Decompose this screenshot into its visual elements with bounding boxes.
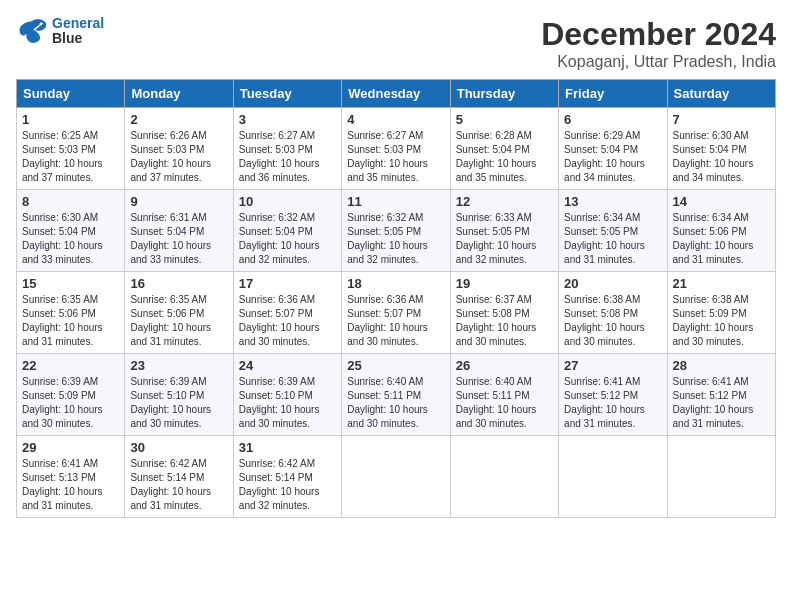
calendar-cell: 28Sunrise: 6:41 AM Sunset: 5:12 PM Dayli… xyxy=(667,354,775,436)
day-number: 3 xyxy=(239,112,336,127)
day-number: 4 xyxy=(347,112,444,127)
title-block: December 2024 Kopaganj, Uttar Pradesh, I… xyxy=(541,16,776,71)
day-number: 7 xyxy=(673,112,770,127)
day-number: 14 xyxy=(673,194,770,209)
day-number: 13 xyxy=(564,194,661,209)
day-info: Sunrise: 6:30 AM Sunset: 5:04 PM Dayligh… xyxy=(22,211,119,267)
calendar-cell: 14Sunrise: 6:34 AM Sunset: 5:06 PM Dayli… xyxy=(667,190,775,272)
day-info: Sunrise: 6:42 AM Sunset: 5:14 PM Dayligh… xyxy=(239,457,336,513)
day-number: 12 xyxy=(456,194,553,209)
calendar-week-3: 22Sunrise: 6:39 AM Sunset: 5:09 PM Dayli… xyxy=(17,354,776,436)
day-number: 22 xyxy=(22,358,119,373)
day-number: 16 xyxy=(130,276,227,291)
page-header: General Blue December 2024 Kopaganj, Utt… xyxy=(16,16,776,71)
day-info: Sunrise: 6:38 AM Sunset: 5:09 PM Dayligh… xyxy=(673,293,770,349)
day-number: 31 xyxy=(239,440,336,455)
calendar-cell: 5Sunrise: 6:28 AM Sunset: 5:04 PM Daylig… xyxy=(450,108,558,190)
logo-line2: Blue xyxy=(52,31,104,46)
logo-icon xyxy=(16,17,48,45)
day-info: Sunrise: 6:39 AM Sunset: 5:09 PM Dayligh… xyxy=(22,375,119,431)
day-header-saturday: Saturday xyxy=(667,80,775,108)
day-header-sunday: Sunday xyxy=(17,80,125,108)
calendar-week-2: 15Sunrise: 6:35 AM Sunset: 5:06 PM Dayli… xyxy=(17,272,776,354)
day-number: 2 xyxy=(130,112,227,127)
day-info: Sunrise: 6:34 AM Sunset: 5:05 PM Dayligh… xyxy=(564,211,661,267)
day-number: 10 xyxy=(239,194,336,209)
calendar-cell: 17Sunrise: 6:36 AM Sunset: 5:07 PM Dayli… xyxy=(233,272,341,354)
day-info: Sunrise: 6:40 AM Sunset: 5:11 PM Dayligh… xyxy=(456,375,553,431)
calendar-cell: 26Sunrise: 6:40 AM Sunset: 5:11 PM Dayli… xyxy=(450,354,558,436)
month-title: December 2024 xyxy=(541,16,776,53)
calendar-cell: 6Sunrise: 6:29 AM Sunset: 5:04 PM Daylig… xyxy=(559,108,667,190)
day-info: Sunrise: 6:41 AM Sunset: 5:13 PM Dayligh… xyxy=(22,457,119,513)
calendar-cell: 10Sunrise: 6:32 AM Sunset: 5:04 PM Dayli… xyxy=(233,190,341,272)
day-info: Sunrise: 6:29 AM Sunset: 5:04 PM Dayligh… xyxy=(564,129,661,185)
calendar-cell xyxy=(559,436,667,518)
calendar-cell: 29Sunrise: 6:41 AM Sunset: 5:13 PM Dayli… xyxy=(17,436,125,518)
location-title: Kopaganj, Uttar Pradesh, India xyxy=(541,53,776,71)
day-header-friday: Friday xyxy=(559,80,667,108)
day-number: 21 xyxy=(673,276,770,291)
day-number: 17 xyxy=(239,276,336,291)
calendar-cell: 1Sunrise: 6:25 AM Sunset: 5:03 PM Daylig… xyxy=(17,108,125,190)
calendar-cell: 18Sunrise: 6:36 AM Sunset: 5:07 PM Dayli… xyxy=(342,272,450,354)
calendar-cell: 20Sunrise: 6:38 AM Sunset: 5:08 PM Dayli… xyxy=(559,272,667,354)
day-info: Sunrise: 6:28 AM Sunset: 5:04 PM Dayligh… xyxy=(456,129,553,185)
day-number: 6 xyxy=(564,112,661,127)
calendar-cell: 27Sunrise: 6:41 AM Sunset: 5:12 PM Dayli… xyxy=(559,354,667,436)
logo-line1: General xyxy=(52,15,104,31)
calendar-cell: 16Sunrise: 6:35 AM Sunset: 5:06 PM Dayli… xyxy=(125,272,233,354)
calendar-week-0: 1Sunrise: 6:25 AM Sunset: 5:03 PM Daylig… xyxy=(17,108,776,190)
calendar-cell: 7Sunrise: 6:30 AM Sunset: 5:04 PM Daylig… xyxy=(667,108,775,190)
calendar-cell: 2Sunrise: 6:26 AM Sunset: 5:03 PM Daylig… xyxy=(125,108,233,190)
calendar-cell: 4Sunrise: 6:27 AM Sunset: 5:03 PM Daylig… xyxy=(342,108,450,190)
day-number: 25 xyxy=(347,358,444,373)
day-info: Sunrise: 6:32 AM Sunset: 5:05 PM Dayligh… xyxy=(347,211,444,267)
day-header-tuesday: Tuesday xyxy=(233,80,341,108)
day-info: Sunrise: 6:26 AM Sunset: 5:03 PM Dayligh… xyxy=(130,129,227,185)
calendar-cell: 19Sunrise: 6:37 AM Sunset: 5:08 PM Dayli… xyxy=(450,272,558,354)
calendar-week-1: 8Sunrise: 6:30 AM Sunset: 5:04 PM Daylig… xyxy=(17,190,776,272)
day-info: Sunrise: 6:37 AM Sunset: 5:08 PM Dayligh… xyxy=(456,293,553,349)
calendar-cell: 8Sunrise: 6:30 AM Sunset: 5:04 PM Daylig… xyxy=(17,190,125,272)
calendar-cell: 11Sunrise: 6:32 AM Sunset: 5:05 PM Dayli… xyxy=(342,190,450,272)
day-info: Sunrise: 6:39 AM Sunset: 5:10 PM Dayligh… xyxy=(130,375,227,431)
day-number: 18 xyxy=(347,276,444,291)
day-info: Sunrise: 6:31 AM Sunset: 5:04 PM Dayligh… xyxy=(130,211,227,267)
day-number: 26 xyxy=(456,358,553,373)
day-number: 29 xyxy=(22,440,119,455)
day-header-monday: Monday xyxy=(125,80,233,108)
day-info: Sunrise: 6:38 AM Sunset: 5:08 PM Dayligh… xyxy=(564,293,661,349)
day-number: 1 xyxy=(22,112,119,127)
day-info: Sunrise: 6:41 AM Sunset: 5:12 PM Dayligh… xyxy=(564,375,661,431)
day-info: Sunrise: 6:30 AM Sunset: 5:04 PM Dayligh… xyxy=(673,129,770,185)
calendar-week-4: 29Sunrise: 6:41 AM Sunset: 5:13 PM Dayli… xyxy=(17,436,776,518)
calendar-header-row: SundayMondayTuesdayWednesdayThursdayFrid… xyxy=(17,80,776,108)
calendar-cell xyxy=(342,436,450,518)
calendar-cell: 25Sunrise: 6:40 AM Sunset: 5:11 PM Dayli… xyxy=(342,354,450,436)
day-number: 9 xyxy=(130,194,227,209)
calendar-cell: 12Sunrise: 6:33 AM Sunset: 5:05 PM Dayli… xyxy=(450,190,558,272)
calendar-table: SundayMondayTuesdayWednesdayThursdayFrid… xyxy=(16,79,776,518)
day-header-thursday: Thursday xyxy=(450,80,558,108)
day-number: 23 xyxy=(130,358,227,373)
calendar-cell: 31Sunrise: 6:42 AM Sunset: 5:14 PM Dayli… xyxy=(233,436,341,518)
calendar-cell: 22Sunrise: 6:39 AM Sunset: 5:09 PM Dayli… xyxy=(17,354,125,436)
day-number: 5 xyxy=(456,112,553,127)
calendar-cell: 24Sunrise: 6:39 AM Sunset: 5:10 PM Dayli… xyxy=(233,354,341,436)
day-number: 28 xyxy=(673,358,770,373)
calendar-cell: 9Sunrise: 6:31 AM Sunset: 5:04 PM Daylig… xyxy=(125,190,233,272)
day-number: 30 xyxy=(130,440,227,455)
day-number: 20 xyxy=(564,276,661,291)
logo: General Blue xyxy=(16,16,104,47)
day-info: Sunrise: 6:39 AM Sunset: 5:10 PM Dayligh… xyxy=(239,375,336,431)
calendar-cell: 13Sunrise: 6:34 AM Sunset: 5:05 PM Dayli… xyxy=(559,190,667,272)
calendar-cell: 21Sunrise: 6:38 AM Sunset: 5:09 PM Dayli… xyxy=(667,272,775,354)
day-header-wednesday: Wednesday xyxy=(342,80,450,108)
day-number: 15 xyxy=(22,276,119,291)
day-info: Sunrise: 6:35 AM Sunset: 5:06 PM Dayligh… xyxy=(22,293,119,349)
day-info: Sunrise: 6:35 AM Sunset: 5:06 PM Dayligh… xyxy=(130,293,227,349)
logo-text: General Blue xyxy=(52,16,104,47)
day-info: Sunrise: 6:27 AM Sunset: 5:03 PM Dayligh… xyxy=(239,129,336,185)
day-info: Sunrise: 6:42 AM Sunset: 5:14 PM Dayligh… xyxy=(130,457,227,513)
